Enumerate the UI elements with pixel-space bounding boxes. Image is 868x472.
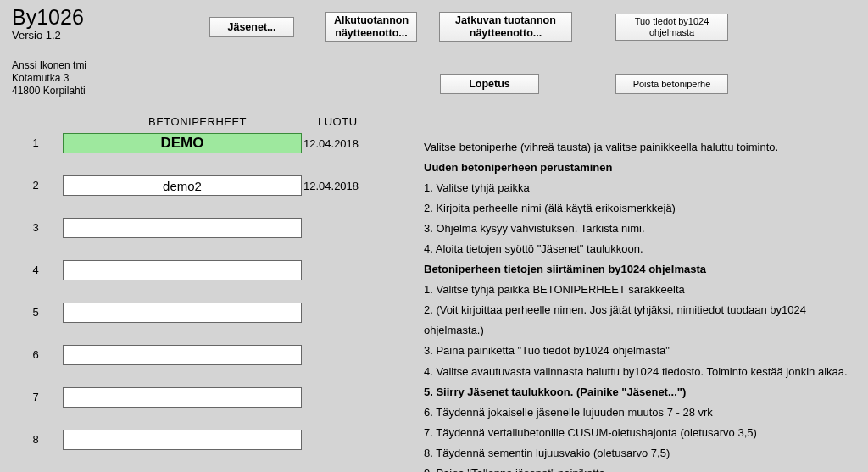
row-number: 4 <box>27 264 44 276</box>
family-name-input[interactable] <box>63 303 302 323</box>
row-number: 3 <box>27 221 44 234</box>
family-name-input[interactable] <box>63 387 302 408</box>
instruction-s2-5: 5. Siirry Jäsenet taulukkoon. (Painike "… <box>424 382 856 403</box>
family-created-date: 12.04.2018 <box>303 180 359 192</box>
family-name-input[interactable]: demo2 <box>63 175 302 196</box>
app-title: By1026 <box>12 5 84 30</box>
instruction-s2-4: 4. Valitse avautuvasta valinnasta halutt… <box>424 362 856 382</box>
row-number: 1 <box>27 136 44 149</box>
instruction-s1-2: 2. Kirjoita perheelle nimi (älä käytä er… <box>424 198 856 219</box>
instruction-s2-6: 6. Täydennä jokaiselle jäsenelle lujuude… <box>424 403 856 423</box>
instruction-s2-7: 7. Täydennä vertailubetonille CUSUM-olet… <box>424 423 856 443</box>
created-column-header: LUOTU <box>318 115 358 128</box>
family-name-input[interactable] <box>63 345 302 365</box>
row-number: 7 <box>27 391 44 403</box>
poista-betoniperhe-button[interactable]: Poista betoniperhe <box>615 74 728 94</box>
instruction-s1-1: 1. Valitse tyhjä paikka <box>424 178 856 198</box>
row-number: 6 <box>27 348 44 361</box>
instruction-s1-3: 3. Ohjelma kysyy vahvistuksen. Tarkista … <box>424 219 856 239</box>
company-line1: Anssi Ikonen tmi <box>12 59 86 72</box>
family-created-date: 12.04.2018 <box>303 137 359 150</box>
lopetus-button[interactable]: Lopetus <box>440 74 539 94</box>
instructions-panel: Valitse betoniperhe (vihreä tausta) ja v… <box>424 137 856 472</box>
family-name-input[interactable] <box>63 260 302 280</box>
instruction-s1-4: 4. Aloita tietojen syöttö "Jäsenet" taul… <box>424 239 856 259</box>
row-number: 5 <box>27 306 44 319</box>
company-info: Anssi Ikonen tmi Kotamutka 3 41800 Korpi… <box>12 59 86 97</box>
instruction-s2-1: 1. Valitse tyhjä paikka BETONIPERHEET sa… <box>424 280 856 300</box>
tuo-tiedot-button[interactable]: Tuo tiedot by1024 ohjelmasta <box>615 14 728 41</box>
family-name-input[interactable]: DEMO <box>63 133 302 153</box>
instruction-section1-title: Uuden betoniperheen perustaminen <box>424 158 856 178</box>
row-number: 2 <box>27 179 44 192</box>
family-name-input[interactable] <box>63 218 302 238</box>
instruction-intro: Valitse betoniperhe (vihreä tausta) ja v… <box>424 137 856 158</box>
instruction-s2-8: 8. Täydennä sementin lujuusvakio (oletus… <box>424 443 856 464</box>
row-number: 8 <box>27 433 44 446</box>
alkutuotanto-button[interactable]: Alkutuotannon näytteenotto... <box>326 12 417 42</box>
family-name-input[interactable] <box>63 430 302 450</box>
instruction-s2-2: 2. (Voit kirjoittaa perheelle nimen. Jos… <box>424 300 856 341</box>
jatkuva-tuotanto-button[interactable]: Jatkuvan tuotannon näytteenotto... <box>439 12 572 42</box>
families-column-header: BETONIPERHEET <box>148 115 247 128</box>
jasenet-button[interactable]: Jäsenet... <box>209 17 294 37</box>
instruction-s2-9: 9. Paina "Tallenna jäsenet" painiketta <box>424 464 856 472</box>
company-line3: 41800 Korpilahti <box>12 85 86 97</box>
app-version: Versio 1.2 <box>12 29 61 42</box>
company-line2: Kotamutka 3 <box>12 72 86 85</box>
instruction-section2-title: Betoniperheen tietojen siirtäminen by102… <box>424 259 856 280</box>
instruction-s2-3: 3. Paina painiketta "Tuo tiedot by1024 o… <box>424 341 856 361</box>
